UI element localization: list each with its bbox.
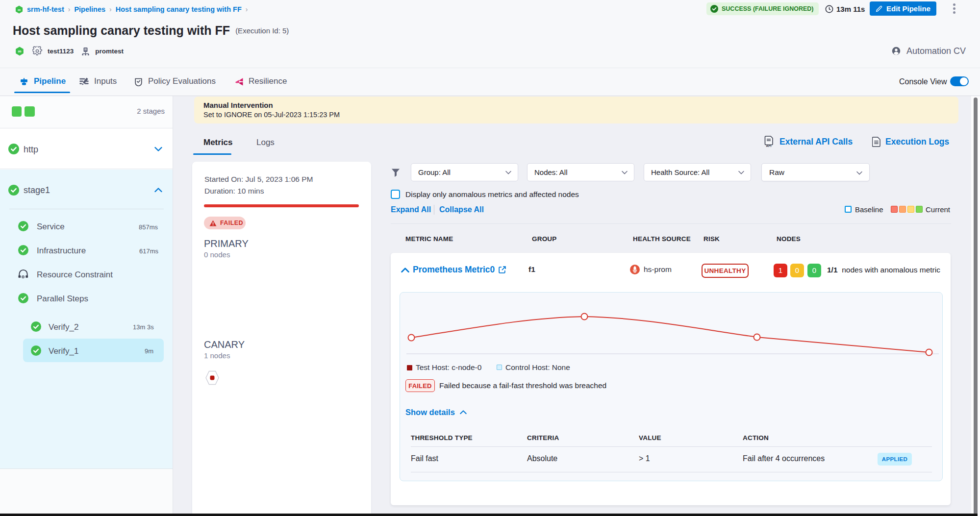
- svg-text:∞: ∞: [18, 49, 22, 54]
- svg-text:∞: ∞: [18, 7, 21, 12]
- svg-text:API: API: [766, 144, 772, 147]
